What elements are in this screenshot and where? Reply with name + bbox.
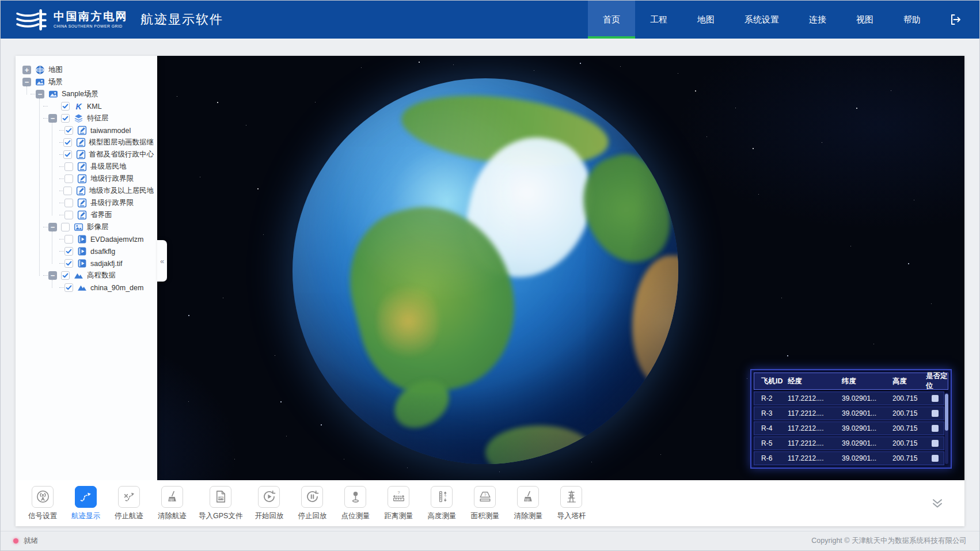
tree-item[interactable]: china_90m_dem: [16, 282, 154, 294]
tree-item[interactable]: 地级市及以上居民地: [16, 185, 154, 197]
checkbox-checked[interactable]: [64, 126, 73, 135]
tree-item[interactable]: 模型图层动画数据继: [16, 136, 154, 149]
collapse-icon[interactable]: −: [48, 271, 57, 280]
toolbar-collapse-button[interactable]: [930, 496, 945, 511]
start-playback-button[interactable]: 开始回放: [252, 486, 286, 521]
table-scrollbar[interactable]: [945, 393, 948, 464]
nav-item-home[interactable]: 首页: [588, 1, 635, 39]
tree-item[interactable]: −影像层: [16, 221, 154, 233]
flight-row[interactable]: R-6117.2212....39.02901...200.715: [754, 451, 944, 465]
height-measure-button[interactable]: ?高度测量: [425, 486, 458, 521]
tree-item[interactable]: −场景: [16, 76, 154, 88]
tree-item[interactable]: 省界面: [16, 209, 154, 221]
tree-item[interactable]: −特征层: [16, 112, 154, 124]
clear-measure-icon: [517, 486, 539, 508]
located-checkbox[interactable]: [932, 455, 939, 462]
cell: 117.2212....: [788, 424, 842, 432]
located-checkbox[interactable]: [932, 440, 939, 447]
stop-playback-button[interactable]: 停止回放: [295, 486, 329, 521]
table-scrollbar-thumb[interactable]: [945, 394, 948, 431]
distance-measure-button[interactable]: ?距离测量: [382, 486, 415, 521]
checkbox-unchecked[interactable]: [64, 199, 73, 207]
checkbox-checked[interactable]: [64, 247, 73, 256]
import-tower-icon: [560, 486, 582, 508]
checkbox-checked[interactable]: [61, 271, 70, 280]
tree-item[interactable]: 县级行政界限: [16, 197, 154, 209]
checkbox-unchecked[interactable]: [61, 223, 70, 231]
tree-item[interactable]: KKML: [16, 100, 154, 112]
stop-track-button[interactable]: 停止航迹: [112, 486, 146, 521]
tree-item[interactable]: −高程数据: [16, 269, 154, 282]
tree-item[interactable]: sadjakfj.tif: [16, 257, 154, 269]
checkbox-checked[interactable]: [61, 102, 70, 111]
point-measure-button[interactable]: 点位测量: [339, 486, 372, 521]
located-checkbox[interactable]: [932, 395, 939, 402]
nav-item-project[interactable]: 工程: [635, 1, 682, 39]
checkbox-unchecked[interactable]: [63, 187, 72, 195]
track-display-button[interactable]: 航迹显示: [69, 486, 102, 521]
expand-icon[interactable]: +: [22, 66, 31, 74]
tree-item[interactable]: 县级居民地: [16, 161, 154, 173]
app-window: { "header": { "logo": { "cn": "中国南方电网", …: [0, 0, 980, 551]
checkbox-checked[interactable]: [61, 114, 70, 123]
svg-text:?: ?: [397, 490, 400, 495]
nav-item-system-settings[interactable]: 系统设置: [730, 1, 794, 39]
checkbox-checked[interactable]: [63, 138, 72, 147]
collapse-icon[interactable]: −: [36, 90, 44, 98]
cell: 117.2212....: [788, 454, 842, 462]
tree-item[interactable]: −Sanple场景: [16, 88, 154, 100]
kml-icon: K: [74, 101, 83, 111]
located-cell: [926, 395, 944, 402]
doc-icon: [77, 210, 87, 220]
cell: 200.715: [892, 409, 926, 417]
located-checkbox[interactable]: [932, 410, 939, 417]
mountain-icon: [74, 271, 83, 280]
checkbox-checked[interactable]: [63, 150, 72, 159]
tree-item[interactable]: taiwanmodel: [16, 124, 154, 136]
checkbox-unchecked[interactable]: [64, 211, 73, 219]
checkbox-checked[interactable]: [64, 283, 73, 292]
cell: R-2: [754, 394, 788, 402]
tree-item[interactable]: 地级行政界限: [16, 173, 154, 185]
nav-item-view[interactable]: 视图: [841, 1, 888, 39]
collapse-icon[interactable]: −: [48, 223, 57, 231]
sidebar-collapse-button[interactable]: «: [157, 240, 167, 282]
tree-guide: [59, 130, 64, 131]
stop-playback-icon: [301, 486, 323, 508]
import-gps-file-button[interactable]: GPS导入GPS文件: [199, 486, 242, 521]
tree-guide: [59, 239, 64, 240]
tree-item-label: 县级居民地: [90, 162, 127, 172]
located-cell: [926, 440, 944, 447]
tree-item[interactable]: dsafkflg: [16, 245, 154, 257]
collapse-icon[interactable]: −: [48, 114, 57, 123]
import-tower-button[interactable]: 导入塔杆: [554, 486, 588, 521]
brand-name-cn: 中国南方电网: [54, 11, 128, 23]
checkbox-unchecked[interactable]: [64, 235, 73, 244]
flight-row[interactable]: R-4117.2212....39.02901...200.715: [754, 421, 944, 435]
checkbox-checked[interactable]: [64, 259, 73, 268]
tree-item[interactable]: 首都及省级行政中心: [16, 149, 154, 161]
clear-measure-button[interactable]: 清除测量: [511, 486, 545, 521]
flight-row[interactable]: R-5117.2212....39.02901...200.715: [754, 436, 944, 450]
located-checkbox[interactable]: [932, 425, 939, 432]
flight-row[interactable]: R-2117.2212....39.02901...200.715: [754, 392, 944, 405]
checkbox-unchecked[interactable]: [64, 162, 73, 171]
area-measure-button[interactable]: ?面积测量: [468, 486, 502, 521]
nav-item-connect[interactable]: 连接: [794, 1, 841, 39]
tree-item[interactable]: +地图: [16, 64, 154, 76]
signal-settings-button[interactable]: 信号设置: [26, 486, 59, 521]
logout-button[interactable]: [936, 1, 979, 39]
tree-guide: [59, 203, 64, 203]
flight-row[interactable]: R-3117.2212....39.02901...200.715: [754, 406, 944, 420]
nav-item-map[interactable]: 地图: [682, 1, 730, 39]
tree-guide: [59, 263, 64, 264]
clear-track-button[interactable]: 清除航迹: [155, 486, 189, 521]
collapse-icon[interactable]: −: [22, 78, 31, 86]
checkbox-unchecked[interactable]: [64, 174, 73, 183]
doc-icon: [77, 126, 87, 135]
tree-item[interactable]: EVDadajemvlzm: [16, 233, 154, 245]
map-viewport[interactable]: +地图−场景−Sanple场景KKML−特征层taiwanmodel模型图层动画…: [16, 56, 964, 480]
nav-item-help[interactable]: 帮助: [888, 1, 936, 39]
clear-track-icon: [161, 486, 183, 508]
earth-globe[interactable]: [293, 78, 678, 464]
